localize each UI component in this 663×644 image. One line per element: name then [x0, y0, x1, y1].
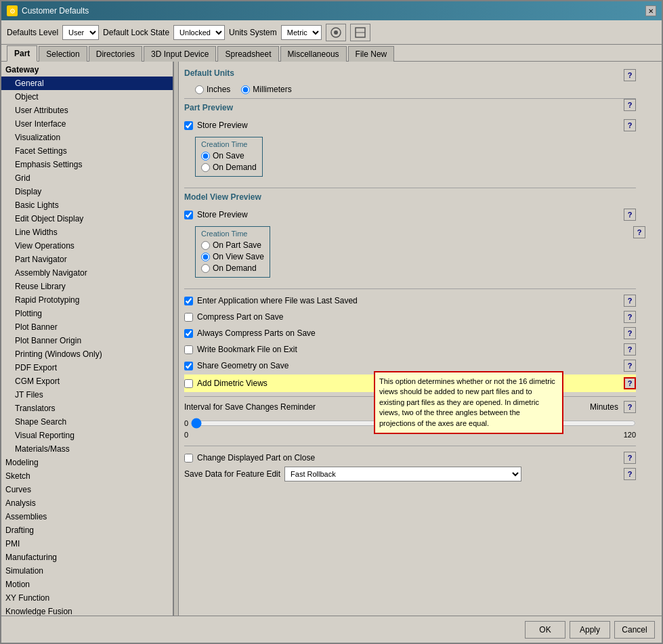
tab-3d-input[interactable]: 3D Input Device: [144, 46, 216, 62]
sidebar-item-part-navigator[interactable]: Part Navigator: [1, 253, 173, 266]
sidebar-item-basic-lights[interactable]: Basic Lights: [1, 198, 173, 212]
compress-part-label[interactable]: Compress Part on Save: [184, 312, 283, 322]
on-demand-radio[interactable]: On Demand: [201, 163, 257, 172]
ok-button[interactable]: OK: [525, 621, 565, 639]
mv-store-preview-help[interactable]: ?: [624, 209, 636, 221]
on-save-radio[interactable]: On Save: [201, 151, 257, 160]
sidebar-item-grid[interactable]: Grid: [1, 171, 173, 185]
dimetric-views-help[interactable]: ?: [624, 377, 636, 389]
sidebar-item-curves[interactable]: Curves: [1, 483, 173, 496]
store-preview-help[interactable]: ?: [624, 119, 636, 131]
compress-part-checkbox[interactable]: [184, 313, 193, 322]
change-displayed-help[interactable]: ?: [624, 452, 636, 464]
sidebar-item-printing[interactable]: Printing (Windows Only): [1, 347, 173, 361]
sidebar-item-xy-function[interactable]: XY Function: [1, 591, 173, 605]
sidebar-item-simulation[interactable]: Simulation: [1, 564, 173, 578]
sidebar-item-facet-settings[interactable]: Facet Settings: [1, 144, 173, 158]
sidebar-item-plotting[interactable]: Plotting: [1, 307, 173, 320]
sidebar-item-visual-reporting[interactable]: Visual Reporting: [1, 429, 173, 442]
millimeters-radio[interactable]: Millimeters: [241, 85, 291, 94]
change-displayed-checkbox[interactable]: [184, 454, 193, 463]
toolbar-btn-2[interactable]: [350, 24, 370, 41]
tab-file-new[interactable]: File New: [348, 46, 395, 62]
compress-part-help[interactable]: ?: [624, 311, 636, 323]
sidebar-item-visualization[interactable]: Visualization: [1, 131, 173, 144]
enter-app-checkbox[interactable]: [184, 297, 193, 305]
units-select[interactable]: Metric: [281, 25, 322, 40]
share-geometry-label[interactable]: Share Geometry on Save: [184, 361, 288, 370]
sidebar-item-materials-mass[interactable]: Materials/Mass: [1, 442, 173, 456]
interval-help[interactable]: ?: [624, 401, 636, 413]
sidebar-item-pdf-export[interactable]: PDF Export: [1, 361, 173, 374]
units-label: Units System: [229, 28, 277, 37]
sidebar-item-rapid-prototyping[interactable]: Rapid Prototyping: [1, 293, 173, 307]
store-preview-checkbox-label[interactable]: Store Preview: [184, 121, 248, 130]
sidebar-item-object[interactable]: Object: [1, 90, 173, 104]
sidebar-item-line-widths[interactable]: Line Widths: [1, 226, 173, 239]
cancel-button[interactable]: Cancel: [614, 621, 655, 639]
dimetric-views-checkbox[interactable]: [184, 379, 193, 388]
sidebar-item-user-interface[interactable]: User Interface: [1, 117, 173, 131]
always-compress-label[interactable]: Always Compress Parts on Save: [184, 328, 316, 338]
mv-store-preview-checkbox[interactable]: [184, 211, 193, 219]
sidebar-item-shape-search[interactable]: Shape Search: [1, 415, 173, 429]
sidebar-item-emphasis-settings[interactable]: Emphasis Settings: [1, 158, 173, 171]
tab-part[interactable]: Part: [7, 45, 37, 62]
sidebar-item-translators[interactable]: Translators: [1, 402, 173, 415]
tab-spreadsheet[interactable]: Spreadsheet: [217, 46, 278, 62]
save-data-help[interactable]: ?: [624, 468, 636, 480]
sidebar-item-edit-object-display[interactable]: Edit Object Display: [1, 212, 173, 226]
default-units-help[interactable]: ?: [624, 69, 636, 81]
sidebar-item-display[interactable]: Display: [1, 185, 173, 198]
write-bookmark-row: Write Bookmark File on Exit ?: [184, 342, 636, 357]
always-compress-help[interactable]: ?: [624, 327, 636, 339]
sidebar-item-motion[interactable]: Motion: [1, 578, 173, 591]
sidebar-item-analysis[interactable]: Analysis: [1, 496, 173, 510]
sidebar-item-cgm-export[interactable]: CGM Export: [1, 374, 173, 388]
write-bookmark-label[interactable]: Write Bookmark File on Exit: [184, 345, 297, 354]
dimetric-views-label[interactable]: Add Dimetric Views: [184, 379, 268, 388]
store-preview-checkbox[interactable]: [184, 121, 193, 130]
mv-store-preview-checkbox-label[interactable]: Store Preview: [184, 210, 248, 219]
sidebar-item-manufacturing[interactable]: Manufacturing: [1, 551, 173, 564]
inches-radio[interactable]: Inches: [195, 85, 230, 94]
sidebar-item-drafting[interactable]: Drafting: [1, 523, 173, 537]
always-compress-checkbox[interactable]: [184, 329, 193, 338]
sidebar-item-sketch[interactable]: Sketch: [1, 469, 173, 483]
tab-directories[interactable]: Directories: [89, 46, 142, 62]
sidebar-item-pmi[interactable]: PMI: [1, 537, 173, 551]
toolbar-btn-1[interactable]: [326, 24, 346, 41]
tooltip-text: This option determines whether or not th…: [379, 377, 555, 427]
sidebar-item-modeling[interactable]: Modeling: [1, 456, 173, 469]
on-view-save-radio[interactable]: On View Save: [201, 252, 264, 261]
sidebar-item-assemblies[interactable]: Assemblies: [1, 510, 173, 523]
sidebar-item-user-attributes[interactable]: User Attributes: [1, 104, 173, 117]
sidebar-item-reuse-library[interactable]: Reuse Library: [1, 280, 173, 293]
sidebar-item-general[interactable]: General: [1, 77, 173, 90]
enter-app-label[interactable]: Enter Application where File was Last Sa…: [184, 296, 358, 305]
sidebar-item-plot-banner[interactable]: Plot Banner: [1, 320, 173, 334]
change-displayed-label[interactable]: Change Displayed Part on Close: [184, 453, 315, 463]
tab-miscellaneous[interactable]: Miscellaneous: [280, 46, 347, 62]
tab-selection[interactable]: Selection: [39, 46, 87, 62]
share-geometry-checkbox[interactable]: [184, 362, 193, 370]
on-demand-radio-2[interactable]: On Demand: [201, 263, 264, 273]
write-bookmark-checkbox[interactable]: [184, 345, 193, 354]
on-part-save-radio[interactable]: On Part Save: [201, 240, 264, 250]
sidebar-item-assembly-navigator[interactable]: Assembly Navigator: [1, 266, 173, 280]
creation-time-help-1[interactable]: ?: [624, 99, 636, 111]
defaults-level-select[interactable]: User: [62, 25, 99, 40]
apply-button[interactable]: Apply: [570, 621, 610, 639]
sidebar-item-plot-banner-origin[interactable]: Plot Banner Origin: [1, 334, 173, 347]
lock-state-select[interactable]: Unlocked: [173, 25, 225, 40]
sidebar-item-knowledge-fusion[interactable]: Knowledge Fusion: [1, 605, 173, 616]
sidebar-item-view-operations[interactable]: View Operations: [1, 239, 173, 253]
close-button[interactable]: ✕: [645, 5, 656, 16]
creation-time-help-2[interactable]: ?: [633, 226, 645, 238]
write-bookmark-help[interactable]: ?: [624, 343, 636, 356]
sidebar-item-jt-files[interactable]: JT Files: [1, 388, 173, 402]
share-geometry-help[interactable]: ?: [624, 360, 636, 372]
enter-app-help[interactable]: ?: [624, 295, 636, 307]
dimetric-views-section: Add Dimetric Views ? This option determi…: [184, 374, 636, 392]
save-data-select[interactable]: Fast Rollback: [284, 467, 521, 481]
